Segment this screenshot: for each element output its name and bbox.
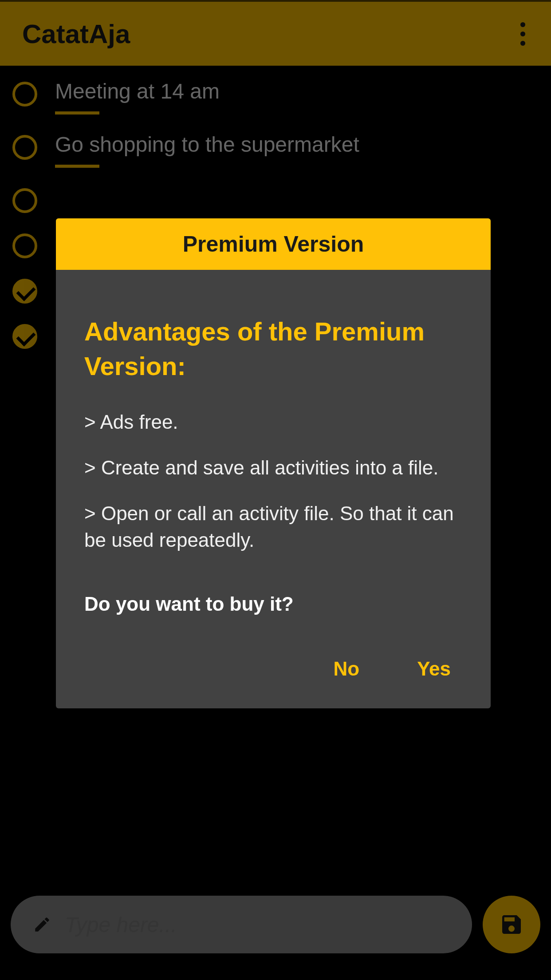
app-screen: CatatAja Meeting at 14 amGo shopping to … (0, 0, 551, 980)
task-row[interactable] (12, 186, 539, 213)
dialog-actions: No Yes (56, 633, 491, 708)
dialog-title: Premium Version (183, 231, 364, 257)
add-task-input-container[interactable] (11, 896, 472, 953)
task-text: Go shopping to the supermarket (55, 132, 359, 157)
pencil-icon (33, 915, 51, 934)
dialog-prompt: Do you want to buy it? (84, 593, 462, 615)
task-text: Meeting at 14 am (55, 79, 220, 103)
task-underline (55, 111, 99, 115)
task-row[interactable]: Go shopping to the supermarket (12, 132, 539, 168)
task-body: Go shopping to the supermarket (55, 132, 359, 168)
task-body: Meeting at 14 am (55, 79, 220, 115)
input-bar (11, 896, 540, 953)
dialog-bullet: > Ads free. (84, 409, 462, 435)
app-title: CatatAja (22, 19, 130, 49)
save-button[interactable] (483, 896, 540, 953)
add-task-input[interactable] (65, 913, 450, 937)
dialog-heading: Advantages of the Premium Version: (84, 314, 462, 384)
save-icon (499, 912, 524, 937)
premium-dialog: Premium Version Advantages of the Premiu… (56, 218, 491, 708)
task-checkbox[interactable] (12, 188, 37, 213)
task-checkbox[interactable] (12, 135, 37, 160)
yes-button[interactable]: Yes (417, 658, 451, 680)
no-button[interactable]: No (333, 658, 359, 680)
task-row[interactable]: Meeting at 14 am (12, 79, 539, 115)
task-checkbox[interactable] (12, 233, 37, 258)
more-icon[interactable] (512, 16, 533, 51)
dialog-title-bar: Premium Version (56, 218, 491, 270)
dialog-bullet: > Open or call an activity file. So that… (84, 500, 462, 553)
app-bar: CatatAja (0, 2, 551, 66)
task-checkbox[interactable] (12, 82, 37, 107)
dialog-body: Advantages of the Premium Version: > Ads… (56, 270, 491, 633)
dialog-bullet: > Create and save all activities into a … (84, 454, 462, 481)
task-underline (55, 165, 99, 168)
task-checkbox[interactable] (12, 324, 37, 349)
task-checkbox[interactable] (12, 279, 37, 304)
